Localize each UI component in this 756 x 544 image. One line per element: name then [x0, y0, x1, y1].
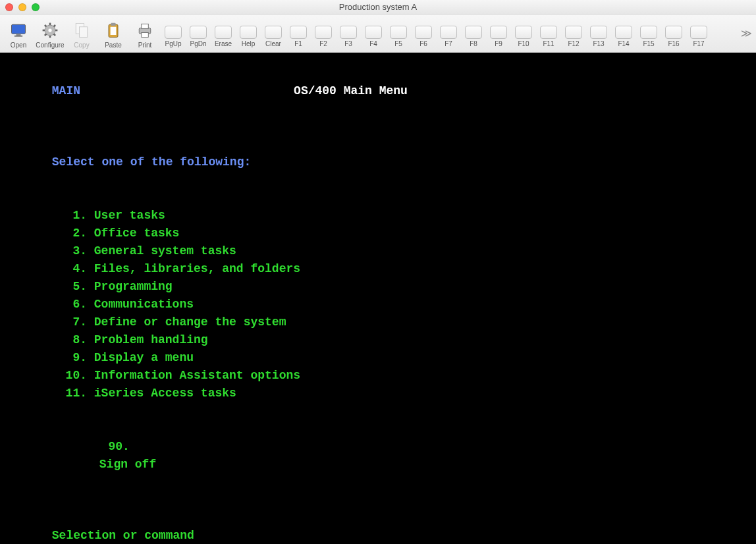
- copy-icon: [72, 20, 92, 40]
- menu-item-number: 8.: [57, 331, 87, 349]
- menu-item-number: 3.: [57, 242, 87, 260]
- toolbar-pgup-button[interactable]: PgUp: [161, 20, 186, 47]
- menu-item-label: iSeries Access tasks: [87, 387, 236, 400]
- paste-icon: [103, 20, 123, 40]
- menu-item-label: User tasks: [87, 209, 165, 222]
- toolbar-button-label: Clear: [265, 40, 281, 47]
- key-icon: [690, 26, 707, 39]
- menu-item-label: Office tasks: [87, 227, 179, 240]
- toolbar-f11-button[interactable]: F11: [536, 20, 561, 47]
- toolbar-button-label: F16: [668, 40, 679, 47]
- toolbar-button-label: F15: [643, 40, 654, 47]
- menu-item: 1. User tasks: [9, 207, 747, 225]
- toolbar-copy-button: Copy: [66, 18, 97, 49]
- toolbar-f1-button[interactable]: F1: [286, 20, 311, 47]
- toolbar-button-label: Erase: [215, 40, 232, 47]
- svg-rect-16: [80, 27, 88, 38]
- print-icon: [135, 20, 155, 40]
- toolbar-button-label: Help: [242, 40, 256, 47]
- toolbar-erase-button[interactable]: Erase: [211, 20, 236, 47]
- key-icon: [565, 26, 582, 39]
- key-icon: [465, 26, 482, 39]
- toolbar-f9-button[interactable]: F9: [486, 20, 511, 47]
- key-icon: [415, 26, 432, 39]
- key-icon: [590, 26, 607, 39]
- key-icon: [390, 26, 407, 39]
- toolbar-f17-button[interactable]: F17: [686, 20, 711, 47]
- toolbar-button-label: Open: [11, 41, 26, 49]
- toolbar-f7-button[interactable]: F7: [436, 20, 461, 47]
- key-icon: [190, 26, 207, 39]
- toolbar-f8-button[interactable]: F8: [461, 20, 486, 47]
- toolbar-pgdn-button[interactable]: PgDn: [186, 20, 211, 47]
- app-window: Production system A OpenConfigureCopyPas…: [0, 0, 756, 544]
- key-icon: [640, 26, 657, 39]
- svg-rect-18: [111, 23, 116, 26]
- menu-item: 8. Problem handling: [9, 331, 747, 349]
- toolbar-button-label: Paste: [105, 41, 122, 49]
- toolbar-f13-button[interactable]: F13: [586, 20, 611, 47]
- toolbar-help-button[interactable]: Help: [236, 20, 261, 47]
- key-icon: [665, 26, 682, 39]
- key-icon: [290, 26, 307, 39]
- menu-item-number: 7.: [57, 313, 87, 331]
- key-icon: [315, 26, 332, 39]
- toolbar-button-label: F8: [470, 40, 477, 47]
- menu-item-number: 11.: [57, 385, 87, 402]
- toolbar-overflow-icon[interactable]: ≫: [741, 14, 752, 52]
- menu-item-label: Files, libraries, and folders: [87, 262, 300, 275]
- toolbar-button-label: F2: [319, 40, 327, 47]
- toolbar-print-button[interactable]: Print: [129, 18, 161, 49]
- toolbar-button-label: F14: [618, 40, 629, 47]
- toolbar-f14-button[interactable]: F14: [611, 20, 636, 47]
- menu-list: 1. User tasks2. Office tasks3. General s…: [9, 207, 747, 402]
- toolbar-f6-button[interactable]: F6: [411, 20, 436, 47]
- menu-item-number: 2.: [57, 225, 87, 242]
- menu-item: 2. Office tasks: [9, 225, 747, 242]
- menu-item-number: 6.: [57, 296, 87, 313]
- key-icon: [490, 26, 507, 39]
- menu-item-label: Sign off: [99, 458, 156, 471]
- key-icon: [615, 26, 632, 39]
- toolbar-f3-button[interactable]: F3: [336, 20, 361, 47]
- toolbar-button-label: Copy: [74, 41, 89, 49]
- toolbar-f16-button[interactable]: F16: [661, 20, 686, 47]
- window-title: Production system A: [0, 2, 756, 12]
- toolbar-button-label: F11: [543, 40, 554, 47]
- toolbar-button-label: PgDn: [190, 40, 206, 47]
- toolbar-button-label: F4: [369, 40, 377, 47]
- toolbar-f15-button[interactable]: F15: [636, 20, 661, 47]
- toolbar-configure-button[interactable]: Configure: [34, 18, 66, 49]
- toolbar-f10-button[interactable]: F10: [511, 20, 536, 47]
- toolbar-button-label: Configure: [36, 41, 64, 49]
- key-icon: [240, 26, 257, 39]
- toolbar-paste-button[interactable]: Paste: [97, 18, 129, 49]
- svg-rect-0: [12, 24, 26, 34]
- menu-item-label: Problem handling: [87, 333, 208, 346]
- toolbar-button-label: F10: [518, 40, 529, 47]
- menu-item: 7. Define or change the system: [9, 313, 747, 331]
- toolbar-button-label: F3: [344, 40, 352, 47]
- command-label: Selection or command: [52, 529, 194, 542]
- toolbar-f5-button[interactable]: F5: [386, 20, 411, 47]
- toolbar-clear-button[interactable]: Clear: [261, 20, 286, 47]
- toolbar-button-label: F1: [294, 40, 302, 47]
- toolbar-f4-button[interactable]: F4: [361, 20, 386, 47]
- gear-icon: [40, 20, 60, 40]
- menu-item-number: 1.: [57, 207, 87, 225]
- menu-item-signoff: 90. Sign off: [9, 420, 747, 491]
- svg-rect-1: [16, 34, 21, 36]
- toolbar-button-label: F6: [419, 40, 427, 47]
- screen-title: OS/400 Main Menu: [294, 84, 408, 97]
- screen-prompt: Select one of the following:: [52, 155, 251, 169]
- toolbar-open-button[interactable]: Open: [3, 18, 34, 49]
- toolbar-f12-button[interactable]: F12: [561, 20, 586, 47]
- menu-item: 9. Display a menu: [9, 349, 747, 367]
- toolbar-f2-button[interactable]: F2: [311, 20, 336, 47]
- menu-item: 5. Programming: [9, 278, 747, 296]
- menu-item: 10. Information Assistant options: [9, 367, 747, 385]
- toolbar: OpenConfigureCopyPastePrintPgUpPgDnErase…: [0, 14, 756, 53]
- title-bar: Production system A: [0, 0, 756, 14]
- terminal-screen[interactable]: MAIN OS/400 Main Menu Select one of the …: [0, 53, 756, 544]
- monitor-icon: [9, 20, 28, 40]
